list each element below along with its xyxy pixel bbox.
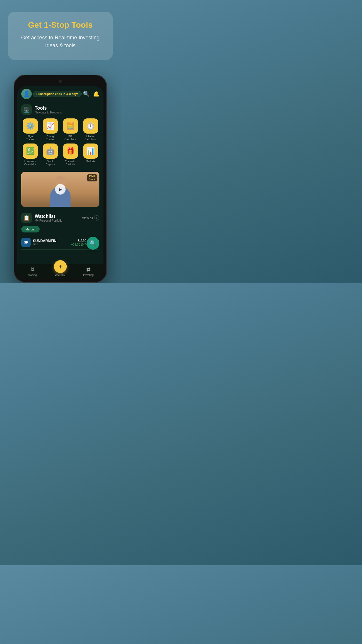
stock-logo-text: SF [24, 241, 28, 244]
watchlist-center-label: Watchlist [55, 274, 66, 277]
tool-thematic-baskets[interactable]: 🎁 ThematicBaskets [61, 144, 79, 166]
tool-algo-trades[interactable]: ⚙️ AlgoTrades [21, 118, 39, 141]
promo-subtitle: Get access to Real-time Investing Ideas … [15, 34, 106, 50]
promo-title: Get 1-Stop Tools [15, 20, 106, 30]
swing-trades-label: SwingTrades [46, 135, 55, 141]
stock-exchange: NSE [33, 243, 57, 246]
bell-icon[interactable]: 🔔 [93, 91, 99, 97]
tools-grid: ⚙️ AlgoTrades 📈 SwingTrades 🧮 SIPCalcula… [21, 118, 99, 166]
nav-item-trading[interactable]: ⇅ Trading [24, 266, 41, 276]
sip-calculator-icon: 🧮 [63, 118, 78, 134]
investing-label: Investing [83, 274, 94, 276]
watchlist-title-block: Watchlist My Personal Portfolio [35, 214, 62, 222]
view-all-label: View all [82, 216, 93, 220]
nav-center-watchlist[interactable]: ＋ Watchlist [54, 260, 67, 277]
watchlist-subtitle: My Personal Portfolio [35, 219, 62, 222]
swing-trades-icon: 📈 [43, 118, 58, 134]
phone-camera [59, 80, 62, 83]
investing-icon: ⇄ [86, 266, 91, 273]
video-section: ▶ INVO Stock [17, 169, 103, 210]
trading-icon: ⇅ [30, 266, 35, 273]
video-brand-logo: INVO Stock [87, 174, 97, 181]
lumpsum-calculator-icon: 💹 [23, 144, 38, 159]
inflation-calculator-label: InflationCalculator [85, 135, 96, 141]
subscription-days: 358 days [66, 92, 78, 96]
tools-section: 🖥️ Tools Navigate to Products ⚙️ AlgoTra… [17, 102, 103, 169]
stock-reports-label: StockReports [46, 160, 55, 166]
view-all-arrow: › [94, 215, 99, 220]
tool-inflation-calculator[interactable]: ⏱️ InflationCalculator [82, 118, 99, 141]
phone-screen: 👤 Subscription ends in 358 days 🔍 🔔 🖥️ [17, 86, 103, 279]
tools-title: Tools [35, 106, 62, 111]
stock-name-block: SUNDARMFIN NSE [33, 239, 57, 246]
view-all-button[interactable]: View all › [82, 215, 99, 220]
watchlist-header: 📋 Watchlist My Personal Portfolio View a… [21, 213, 99, 223]
phone-notch [46, 78, 75, 85]
inflation-calculator-icon: ⏱️ [83, 118, 98, 134]
stock-symbol: SUNDARMFIN [33, 239, 57, 243]
bottom-nav: ⇅ Trading ＋ Watchlist ⇄ Investing [17, 264, 103, 279]
avatar-icon: 👤 [23, 91, 30, 97]
video-brand-line2: Stock [89, 178, 95, 181]
stock-reports-icon: 🤖 [43, 144, 58, 159]
monitor-icon: 🖥️ [23, 106, 30, 113]
watchlist-header-left: 📋 Watchlist My Personal Portfolio [21, 213, 62, 223]
tool-stock-reports[interactable]: 🤖 StockReports [41, 144, 59, 166]
watchlist-center-button[interactable]: ＋ [54, 260, 67, 273]
tools-title-block: Tools Navigate to Products [35, 106, 62, 114]
tools-header: 🖥️ Tools Navigate to Products [21, 104, 99, 115]
thematic-baskets-icon: 🎁 [63, 144, 78, 159]
tool-lumpsum-calculator[interactable]: 💹 LumpsumCalculator [21, 144, 39, 166]
video-brand-line1: INVO [89, 175, 95, 178]
trading-label: Trading [28, 274, 37, 276]
phone-screen-inner: 👤 Subscription ends in 358 days 🔍 🔔 🖥️ [17, 86, 103, 279]
top-section: Get 1-Stop Tools Get access to Real-time… [0, 0, 121, 69]
stock-logo: SF [21, 238, 31, 247]
promo-card: Get 1-Stop Tools Get access to Real-time… [8, 12, 113, 60]
my-list-button[interactable]: My List [21, 226, 40, 232]
video-thumbnail[interactable]: ▶ INVO Stock [21, 172, 99, 207]
tools-subtitle: Navigate to Products [35, 111, 62, 114]
watchlist-icon: 📋 [23, 215, 30, 221]
algo-trades-label: AlgoTrades [26, 135, 34, 141]
markets-icon: 📊 [83, 144, 98, 159]
search-fab-button[interactable]: 🔍 [87, 237, 99, 250]
markets-label: Markets [86, 160, 95, 163]
play-button[interactable]: ▶ [55, 184, 66, 195]
phone-frame: 👤 Subscription ends in 358 days 🔍 🔔 🖥️ [14, 75, 107, 283]
subscription-prefix: Subscription ends in [36, 92, 66, 96]
search-icon[interactable]: 🔍 [83, 91, 89, 97]
phone-mockup: 👤 Subscription ends in 358 days 🔍 🔔 🖥️ [14, 75, 107, 283]
plus-icon: ＋ [57, 262, 64, 271]
header-icons: 🔍 🔔 [83, 91, 99, 97]
thematic-baskets-label: ThematicBaskets [65, 160, 76, 166]
sip-calculator-label: SIPCalculator [64, 135, 76, 141]
lumpsum-calculator-label: LumpsumCalculator [24, 160, 36, 166]
nav-item-investing[interactable]: ⇄ Investing [80, 266, 97, 276]
tool-sip-calculator[interactable]: 🧮 SIPCalculator [61, 118, 79, 141]
watchlist-title: Watchlist [35, 214, 62, 219]
subscription-badge: Subscription ends in 358 days [33, 91, 82, 97]
tools-section-icon: 🖥️ [21, 104, 32, 115]
stock-info-left: SF SUNDARMFIN NSE [21, 238, 57, 247]
tool-swing-trades[interactable]: 📈 SwingTrades [41, 118, 59, 141]
watchlist-section-icon: 📋 [21, 213, 32, 223]
tool-markets[interactable]: 📊 Markets [82, 144, 99, 166]
algo-trades-icon: ⚙️ [23, 118, 38, 134]
app-header: 👤 Subscription ends in 358 days 🔍 🔔 [17, 86, 103, 102]
avatar[interactable]: 👤 [21, 89, 32, 99]
